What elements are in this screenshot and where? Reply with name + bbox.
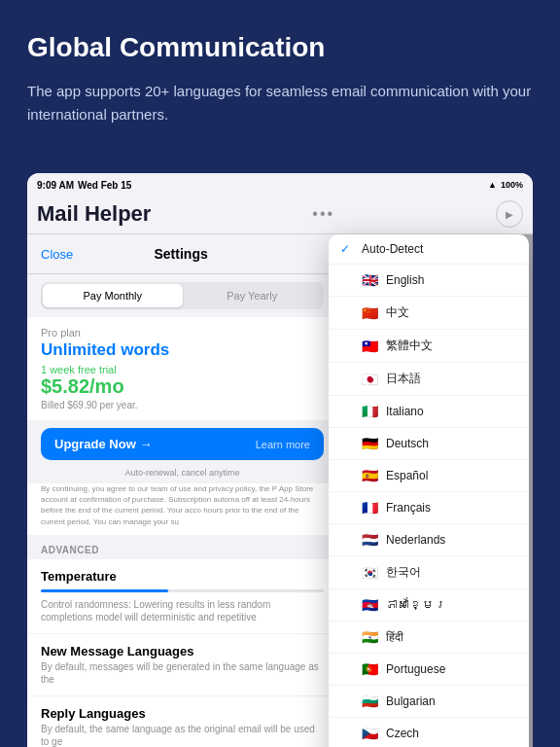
advanced-section-label: ADVANCED <box>27 535 337 559</box>
auto-renew-text: Auto-renewal, cancel anytime <box>27 468 337 478</box>
lang-label: Portuguese <box>386 662 445 676</box>
lang-label: ភាសាខ្មែរ <box>386 598 446 612</box>
right-panel: 1. Origi Dear I 200/2 The Ok 2/200 examp… <box>338 234 533 747</box>
pay-yearly-option[interactable]: Pay Yearly <box>183 284 323 307</box>
status-bar: 9:09 AM Wed Feb 15 ▲ 100% <box>27 173 533 196</box>
lang-item-हिंदी[interactable]: ✓ 🇮🇳 हिंदी <box>329 622 529 654</box>
close-button[interactable]: Close <box>41 247 73 262</box>
flag-icon: 🇯🇵 <box>362 372 378 387</box>
lang-item-中文[interactable]: ✓ 🇨🇳 中文 <box>329 297 529 330</box>
trial-text: 1 week free trial <box>41 364 324 375</box>
device-screenshot: 9:09 AM Wed Feb 15 ▲ 100% Mail Helper ••… <box>27 173 533 747</box>
page-subtitle: The app supports 20+ languages for seaml… <box>27 80 533 126</box>
lang-label: Italiano <box>386 405 424 418</box>
reply-title: Reply Languages <box>41 706 324 721</box>
lang-item-日本語[interactable]: ✓ 🇯🇵 日本語 <box>329 363 529 396</box>
flag-icon: 🇬🇧 <box>362 272 378 288</box>
flag-icon: 🇵🇹 <box>362 661 378 677</box>
lang-item-czech[interactable]: ✓ 🇨🇿 Czech <box>329 718 529 747</box>
flag-icon: 🇩🇪 <box>362 436 378 451</box>
page-title: Global Communication <box>27 31 533 64</box>
flag-icon: 🇰🇭 <box>362 597 378 613</box>
lang-label: 한국어 <box>386 564 421 581</box>
modal-title: Settings <box>155 246 208 262</box>
flag-icon: 🇮🇹 <box>362 404 378 419</box>
lang-item-繁體中文[interactable]: ✓ 🇹🇼 繁體中文 <box>329 330 529 363</box>
lang-label: हिंदी <box>386 630 403 644</box>
flag-icon: 🇨🇿 <box>362 726 378 741</box>
left-panel: Close Settings Pay Monthly Pay Yearly Pr… <box>27 234 338 747</box>
reply-desc: By default, the same language as the ori… <box>41 723 324 747</box>
learn-more-link[interactable]: Learn more <box>256 439 310 450</box>
legal-text: By continuing, you agree to our team of … <box>27 483 337 535</box>
app-header: Mail Helper ••• ▶ <box>27 196 533 234</box>
lang-item-français[interactable]: ✓ 🇫🇷 Français <box>329 492 529 524</box>
plan-section: Pro plan Unlimited words 1 week free tri… <box>27 317 337 420</box>
settings-modal: Close Settings Pay Monthly Pay Yearly Pr… <box>27 234 337 747</box>
play-button[interactable]: ▶ <box>496 200 523 228</box>
language-dropdown: ✓ Auto-Detect ✓ 🇬🇧 English ✓ 🇨🇳 中文 ✓ 🇹🇼 … <box>329 234 529 747</box>
reply-languages-setting[interactable]: Reply Languages By default, the same lan… <box>27 696 337 747</box>
lang-item-auto-detect[interactable]: ✓ Auto-Detect <box>329 234 529 265</box>
upgrade-button[interactable]: Upgrade Now → Learn more <box>41 428 324 460</box>
lang-item-italiano[interactable]: ✓ 🇮🇹 Italiano <box>329 396 529 428</box>
lang-item-portuguese[interactable]: ✓ 🇵🇹 Portuguese <box>329 654 529 686</box>
modal-header: Close Settings <box>27 234 337 274</box>
battery-icon: 100% <box>501 180 523 190</box>
pay-monthly-option[interactable]: Pay Monthly <box>43 284 183 307</box>
lang-item-nederlands[interactable]: ✓ 🇳🇱 Nederlands <box>329 524 529 556</box>
check-icon: ✓ <box>340 242 354 256</box>
new-message-desc: By default, messages will be generated i… <box>41 660 324 686</box>
header-section: Global Communication The app supports 20… <box>0 0 560 150</box>
app-title: Mail Helper <box>37 201 151 227</box>
new-message-languages-setting[interactable]: New Message Languages By default, messag… <box>27 634 337 696</box>
flag-icon: 🇹🇼 <box>362 338 378 354</box>
lang-label: 繁體中文 <box>386 338 433 354</box>
status-left: 9:09 AM Wed Feb 15 <box>37 180 131 191</box>
status-time: 9:09 AM <box>37 180 74 191</box>
temperature-fill <box>41 589 168 592</box>
flag-icon: 🇫🇷 <box>362 500 378 516</box>
flag-icon: 🇳🇱 <box>362 532 378 548</box>
lang-item-bulgarian[interactable]: ✓ 🇧🇬 Bulgarian <box>329 686 529 718</box>
lang-label: Czech <box>386 727 419 740</box>
lang-item-english[interactable]: ✓ 🇬🇧 English <box>329 265 529 297</box>
more-options-icon[interactable]: ••• <box>312 205 334 223</box>
lang-label: Français <box>386 501 431 515</box>
new-message-title: New Message Languages <box>41 644 324 658</box>
lang-label: 日本語 <box>386 371 421 387</box>
lang-item-한국어[interactable]: ✓ 🇰🇷 한국어 <box>329 556 529 589</box>
main-content: Close Settings Pay Monthly Pay Yearly Pr… <box>27 234 533 747</box>
wifi-icon: ▲ <box>488 180 497 190</box>
pay-toggle[interactable]: Pay Monthly Pay Yearly <box>41 282 324 309</box>
lang-label: Nederlands <box>386 533 445 547</box>
lang-label: Bulgarian <box>386 694 436 708</box>
lang-item-deutsch[interactable]: ✓ 🇩🇪 Deutsch <box>329 428 529 460</box>
plan-words: Unlimited words <box>41 340 324 360</box>
lang-label: English <box>386 273 424 287</box>
temperature-title: Temperature <box>41 569 324 584</box>
lang-label: 中文 <box>386 304 409 321</box>
flag-icon: 🇨🇳 <box>362 305 378 321</box>
flag-icon: 🇪🇸 <box>362 468 378 483</box>
status-date: Wed Feb 15 <box>78 180 131 191</box>
lang-label-auto-detect: Auto-Detect <box>362 242 423 256</box>
upgrade-label: Upgrade Now → <box>54 437 152 451</box>
lang-label: Español <box>386 469 428 482</box>
temperature-desc: Control randomness: Lowering results in … <box>41 598 324 623</box>
status-right: ▲ 100% <box>488 180 523 190</box>
billed-text: Billed $69.90 per year. <box>41 400 324 410</box>
flag-icon: 🇰🇷 <box>362 565 378 581</box>
lang-item-ភាសាខ្មែរ[interactable]: ✓ 🇰🇭 ភាសាខ្មែរ <box>329 589 529 622</box>
price-text: $5.82/mo <box>41 375 324 398</box>
plan-name: Pro plan <box>41 327 324 338</box>
lang-item-español[interactable]: ✓ 🇪🇸 Español <box>329 460 529 492</box>
flag-icon: 🇧🇬 <box>362 694 378 709</box>
flag-icon: 🇮🇳 <box>362 629 378 645</box>
temperature-setting: Temperature Control randomness: Lowering… <box>27 559 337 634</box>
temperature-bar[interactable] <box>41 589 324 592</box>
lang-label: Deutsch <box>386 437 429 450</box>
